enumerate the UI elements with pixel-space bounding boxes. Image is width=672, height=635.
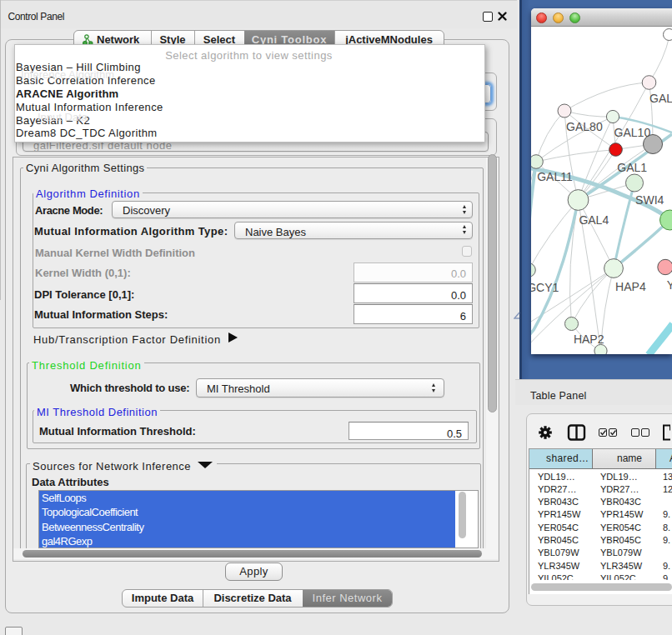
svg-text:HAP2: HAP2 — [574, 332, 604, 346]
svg-text:HAP4: HAP4 — [615, 280, 646, 293]
svg-text:GAL1: GAL1 — [617, 161, 647, 174]
svg-text:GAL4: GAL4 — [579, 213, 609, 227]
svg-text:GAL11: GAL11 — [537, 170, 573, 183]
svg-text:GCY1: GCY1 — [531, 281, 559, 294]
svg-text:GAL10: GAL10 — [614, 126, 651, 139]
svg-text:GAL: GAL — [649, 92, 672, 105]
svg-text:Y: Y — [667, 278, 672, 292]
svg-text:SWI4: SWI4 — [635, 193, 664, 207]
svg-text:GAL80: GAL80 — [566, 120, 603, 133]
